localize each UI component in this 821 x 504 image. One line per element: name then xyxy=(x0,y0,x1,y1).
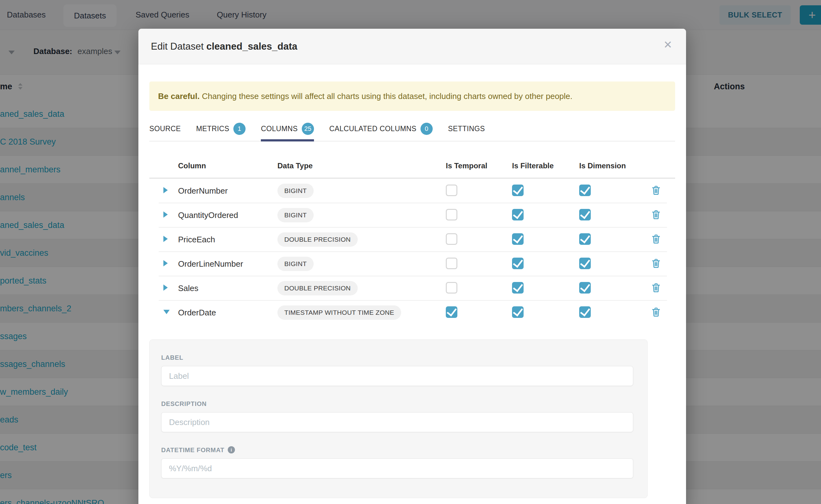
is-temporal-checkbox[interactable] xyxy=(446,258,458,269)
warning-banner: Be careful. Changing these settings will… xyxy=(149,82,675,111)
modal-header: Edit Dataset cleaned_sales_data ✕ xyxy=(138,29,686,64)
data-type-pill: DOUBLE PRECISION xyxy=(277,232,358,247)
data-type-pill: DOUBLE PRECISION xyxy=(277,281,358,295)
tab-metrics[interactable]: METRICS 1 xyxy=(196,123,245,141)
datetime-format-field-label: DATETIME FORMAT i xyxy=(161,447,633,454)
tab-source[interactable]: SOURCE xyxy=(149,123,181,141)
expand-caret-icon[interactable] xyxy=(163,260,168,266)
modal-title-prefix: Edit Dataset xyxy=(151,41,204,52)
delete-icon[interactable] xyxy=(652,259,660,269)
column-name: PriceEach xyxy=(178,235,277,245)
tab-label: COLUMNS xyxy=(261,125,298,133)
is-dimension-checkbox[interactable] xyxy=(579,258,591,269)
column-name: OrderNumber xyxy=(178,186,277,196)
delete-icon[interactable] xyxy=(652,210,660,221)
column-row: Sales DOUBLE PRECISION xyxy=(149,276,675,300)
is-filterable-checkbox[interactable] xyxy=(512,233,524,245)
tab-label: CALCULATED COLUMNS xyxy=(329,125,417,133)
header-column: Column xyxy=(178,161,277,170)
is-temporal-checkbox[interactable] xyxy=(446,282,458,294)
is-temporal-checkbox[interactable] xyxy=(446,185,458,196)
modal-title: Edit Dataset cleaned_sales_data xyxy=(151,41,297,52)
description-field: DESCRIPTION xyxy=(161,400,633,432)
expand-caret-icon[interactable] xyxy=(163,211,168,218)
expand-caret-icon[interactable] xyxy=(163,284,168,291)
close-icon[interactable]: ✕ xyxy=(664,39,673,50)
delete-icon[interactable] xyxy=(652,283,660,294)
datetime-format-field: DATETIME FORMAT i xyxy=(161,447,633,478)
is-dimension-checkbox[interactable] xyxy=(579,233,591,245)
columns-table-body: OrderNumber BIGINT QuantityOrdered xyxy=(149,179,675,325)
expand-caret-icon[interactable] xyxy=(163,310,170,314)
is-dimension-checkbox[interactable] xyxy=(579,185,591,196)
is-filterable-checkbox[interactable] xyxy=(512,306,524,318)
expand-caret-icon[interactable] xyxy=(163,187,168,193)
column-name: OrderLineNumber xyxy=(178,259,277,269)
is-temporal-checkbox[interactable] xyxy=(446,209,458,220)
description-field-label: DESCRIPTION xyxy=(161,400,633,408)
columns-count-badge: 25 xyxy=(302,123,314,135)
header-data-type: Data Type xyxy=(277,161,446,170)
expand-caret-icon[interactable] xyxy=(163,236,168,242)
column-row: OrderLineNumber BIGINT xyxy=(149,252,675,276)
column-row: OrderDate TIMESTAMP WITHOUT TIME ZONE xyxy=(149,300,675,325)
column-row: OrderNumber BIGINT xyxy=(149,179,675,203)
metrics-count-badge: 1 xyxy=(233,123,245,135)
is-dimension-checkbox[interactable] xyxy=(579,306,591,318)
column-detail-panel: LABEL DESCRIPTION DATETIME FORMAT i xyxy=(149,339,648,498)
edit-dataset-modal: Edit Dataset cleaned_sales_data ✕ Be car… xyxy=(138,29,686,504)
data-type-pill: BIGINT xyxy=(277,257,314,271)
datetime-format-input[interactable] xyxy=(161,458,633,478)
column-name: QuantityOrdered xyxy=(178,210,277,220)
data-type-pill: BIGINT xyxy=(277,208,314,222)
header-is-filterable: Is Filterable xyxy=(512,161,579,170)
modal-tabs: SOURCE METRICS 1 COLUMNS 25 CALCULATED C… xyxy=(149,123,675,141)
is-filterable-checkbox[interactable] xyxy=(512,185,524,196)
is-temporal-checkbox[interactable] xyxy=(446,233,458,245)
tab-settings[interactable]: SETTINGS xyxy=(448,123,485,141)
is-dimension-checkbox[interactable] xyxy=(579,282,591,294)
columns-table-header: Column Data Type Is Temporal Is Filterab… xyxy=(149,154,675,179)
delete-icon[interactable] xyxy=(652,185,660,196)
is-filterable-checkbox[interactable] xyxy=(512,282,524,294)
modal-body: Be careful. Changing these settings will… xyxy=(138,82,686,498)
tab-label: METRICS xyxy=(196,125,229,133)
data-type-pill: TIMESTAMP WITHOUT TIME ZONE xyxy=(277,305,401,320)
delete-icon[interactable] xyxy=(652,307,660,318)
is-dimension-checkbox[interactable] xyxy=(579,209,591,220)
info-icon[interactable]: i xyxy=(228,446,235,453)
label-input[interactable] xyxy=(161,366,633,386)
calculated-columns-count-badge: 0 xyxy=(421,123,433,135)
tab-label: SETTINGS xyxy=(448,125,485,133)
column-name: OrderDate xyxy=(178,308,277,318)
tab-label: SOURCE xyxy=(149,125,181,133)
viewport: Databases Datasets Saved Queries Query H… xyxy=(0,0,821,504)
column-name: Sales xyxy=(178,284,277,293)
modal-title-dataset-name: cleaned_sales_data xyxy=(206,41,297,52)
is-filterable-checkbox[interactable] xyxy=(512,209,524,220)
warning-bold: Be careful. xyxy=(158,91,200,101)
is-temporal-checkbox[interactable] xyxy=(446,306,458,318)
header-is-dimension: Is Dimension xyxy=(579,161,649,170)
tab-calculated-columns[interactable]: CALCULATED COLUMNS 0 xyxy=(329,123,433,141)
header-is-temporal: Is Temporal xyxy=(446,161,512,170)
column-row: QuantityOrdered BIGINT xyxy=(149,203,675,227)
column-row: PriceEach DOUBLE PRECISION xyxy=(149,227,675,252)
label-field: LABEL xyxy=(161,354,633,386)
is-filterable-checkbox[interactable] xyxy=(512,258,524,269)
data-type-pill: BIGINT xyxy=(277,184,314,198)
warning-text: Changing these settings will affect all … xyxy=(200,91,572,101)
description-input[interactable] xyxy=(161,412,633,432)
label-field-label: LABEL xyxy=(161,354,633,361)
delete-icon[interactable] xyxy=(652,234,660,245)
tab-columns[interactable]: COLUMNS 25 xyxy=(261,123,314,141)
